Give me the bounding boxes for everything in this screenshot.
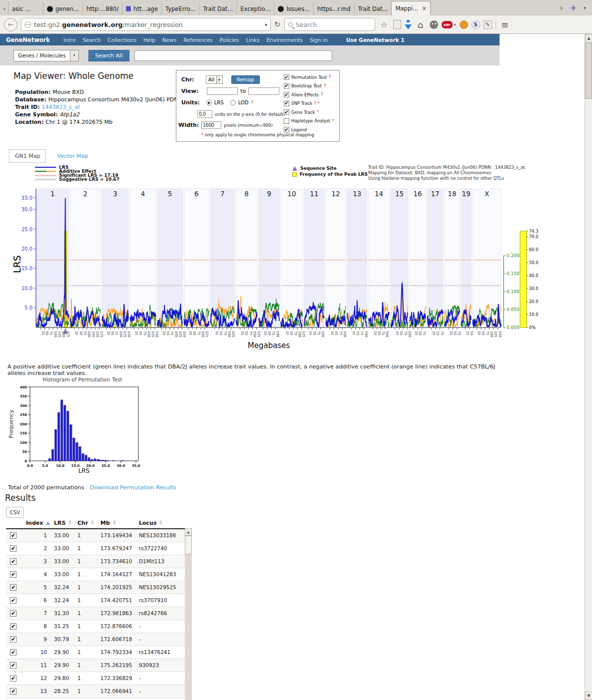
browser-tab[interactable]: Issues... — [274, 2, 313, 15]
row-checkbox[interactable]: ✔ — [10, 623, 16, 630]
browser-tab[interactable]: Mappi...× — [391, 1, 431, 15]
tab-gn1-map[interactable]: GN1 Map — [9, 149, 46, 163]
checkbox[interactable]: ✔ — [284, 92, 289, 97]
browser-tab[interactable]: Trait Dat... — [354, 2, 392, 15]
url-bar[interactable]: test-gn2.genenetwork.org/marker_regressi… — [21, 18, 271, 31]
browser-tab[interactable]: Exceptio... — [236, 2, 274, 15]
search-all-button[interactable]: Search All — [88, 50, 130, 61]
checkbox[interactable]: ✔ — [284, 101, 289, 106]
chr-select[interactable]: All▾ — [206, 75, 223, 84]
option-legend[interactable]: ✔Legend — [284, 127, 334, 132]
back-button[interactable]: ← — [4, 18, 17, 31]
option-allele-effects[interactable]: ✔Allele Effects? — [284, 92, 334, 97]
browser-tab[interactable]: asic ... — [8, 2, 43, 15]
units-lrs-radio[interactable] — [206, 100, 212, 105]
nav-item-news[interactable]: News — [162, 37, 176, 43]
row-checkbox[interactable]: ✔ — [10, 610, 16, 617]
url-dropdown-icon[interactable]: ▾ — [265, 22, 267, 27]
column-header-index[interactable]: Index — [26, 519, 54, 529]
row-checkbox[interactable]: ✔ — [10, 571, 16, 578]
extension-s-icon[interactable]: S — [472, 20, 480, 29]
lod-help[interactable]: ? — [251, 100, 253, 105]
units-lod-radio[interactable] — [230, 100, 236, 105]
row-checkbox[interactable]: ✔ — [10, 545, 16, 552]
chat-icon[interactable] — [430, 20, 438, 29]
row-checkbox[interactable]: ✔ — [10, 636, 16, 643]
reload-icon[interactable]: ↻ — [274, 20, 281, 29]
table-scrollbar[interactable]: ▲ — [185, 528, 192, 700]
row-checkbox[interactable]: ✔ — [10, 662, 16, 669]
browser-search-input[interactable]: Search — [284, 18, 375, 31]
option-gene-track[interactable]: ✔Gene Track* — [284, 109, 334, 115]
nav-item-references[interactable]: References — [183, 37, 212, 43]
column-header-lrs[interactable]: LRS — [54, 519, 77, 529]
browser-tab[interactable]: http:...880/ — [82, 2, 122, 15]
checkbox[interactable]: ✔ — [284, 83, 289, 89]
row-checkbox[interactable]: ✔ — [10, 675, 16, 682]
extension-orange-icon[interactable] — [460, 20, 468, 29]
close-icon[interactable]: × — [422, 5, 427, 12]
scroll-up-icon[interactable]: ▲ — [585, 34, 592, 42]
table-scroll-thumb[interactable] — [185, 536, 192, 554]
row-checkbox[interactable]: ✔ — [10, 649, 16, 656]
menu-icon[interactable]: ≡ — [500, 19, 511, 30]
tab-scroll-left-icon[interactable]: ‹ — [1, 2, 8, 15]
nav-item-sign-in[interactable]: Sign in — [310, 37, 328, 43]
info-line[interactable]: Trait ID: 1443823_s_at — [15, 103, 182, 111]
tab-list-icon[interactable]: ▾ — [584, 5, 586, 10]
download-icon[interactable] — [405, 20, 412, 29]
checkbox[interactable]: ✔ — [284, 127, 289, 132]
option-haplotype-analyst[interactable]: Haplotype Analyst* — [284, 118, 334, 124]
column-header-mb[interactable]: Mb — [100, 519, 139, 529]
adblock-icon[interactable]: ABP — [442, 21, 453, 28]
nav-item-collections[interactable]: Collections — [107, 37, 136, 43]
checkbox[interactable] — [284, 118, 289, 124]
row-checkbox[interactable]: ✔ — [10, 584, 16, 591]
clipboard-icon[interactable] — [393, 20, 401, 29]
column-header-chr[interactable]: Chr — [77, 519, 100, 529]
nav-item-policies[interactable]: Policies — [220, 37, 239, 43]
select-caret-icon[interactable]: ▾ — [70, 50, 79, 61]
browser-tab[interactable]: https...r.md — [313, 2, 354, 15]
nav-item-environments[interactable]: Environments — [266, 37, 303, 43]
remap-button[interactable]: Remap — [231, 75, 260, 84]
edit-icon[interactable]: ✎ — [484, 20, 492, 29]
checkbox[interactable]: ✔ — [284, 74, 289, 80]
column-header-locus[interactable]: Locus — [139, 519, 185, 529]
search-category-select[interactable]: Genes / Molecules — [13, 50, 70, 61]
browser-tab[interactable]: Trait Dat... — [199, 2, 236, 15]
use-gn1-link[interactable]: Use GeneNetwork 1 — [346, 37, 405, 43]
view-from-input[interactable] — [207, 87, 238, 95]
csv-button[interactable]: CSV — [6, 507, 24, 518]
window-scrollbar[interactable]: ▲ ▼ — [585, 34, 592, 700]
nav-item-links[interactable]: Links — [246, 37, 259, 43]
checkbox[interactable]: ✔ — [284, 109, 289, 115]
scroll-thumb[interactable] — [585, 43, 592, 99]
row-checkbox[interactable]: ✔ — [10, 532, 16, 539]
tab-scroll-right-icon[interactable]: › — [560, 3, 563, 12]
site-brand[interactable]: GeneNetwork — [6, 36, 50, 43]
view-to-input[interactable] — [248, 87, 279, 95]
browser-tab[interactable]: genen... — [43, 2, 82, 15]
home-icon[interactable]: ⌂ — [415, 19, 426, 30]
row-checkbox[interactable]: ✔ — [10, 597, 16, 604]
download-permutation-link[interactable]: Download Permutation Results — [90, 484, 176, 491]
row-checkbox[interactable]: ✔ — [10, 688, 16, 695]
tab-vector-map[interactable]: Vector Map — [57, 153, 88, 159]
nav-item-intro[interactable]: Intro — [63, 37, 75, 43]
scroll-down-icon[interactable]: ▼ — [585, 692, 592, 700]
option-permutation-test[interactable]: ✔Permutation Test? — [284, 74, 334, 80]
row-checkbox[interactable]: ✔ — [10, 558, 16, 565]
table-scroll-up-icon[interactable]: ▲ — [185, 528, 192, 536]
width-input[interactable] — [201, 121, 221, 129]
nav-item-search[interactable]: Search — [82, 37, 100, 43]
y-units-input[interactable] — [197, 110, 212, 118]
nav-item-help[interactable]: Help — [143, 37, 155, 43]
adblock-caret-icon[interactable]: ▾ — [454, 22, 456, 27]
option-snp-track[interactable]: ✔SNP Track? * — [284, 101, 334, 106]
new-tab-button[interactable]: + — [570, 3, 577, 12]
browser-tab[interactable]: htt...age — [122, 2, 161, 15]
bookmark-star-icon[interactable]: ☆ — [379, 20, 390, 29]
option-bootstrap-test[interactable]: ✔Bootstrap Test? — [284, 83, 334, 89]
global-search-input[interactable] — [134, 50, 332, 61]
